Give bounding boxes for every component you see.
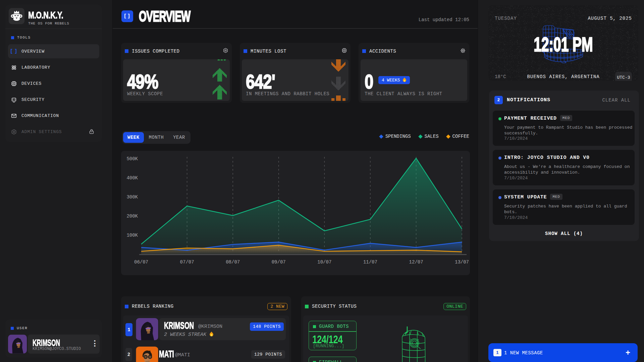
svg-text:400K: 400K — [126, 175, 138, 181]
svg-text:300K: 300K — [126, 194, 138, 200]
svg-text:10/07: 10/07 — [317, 259, 331, 265]
svg-text:07/07: 07/07 — [180, 259, 194, 265]
svg-text:500K: 500K — [126, 156, 138, 162]
svg-text:100K: 100K — [126, 233, 138, 238]
svg-text:12/07: 12/07 — [409, 259, 423, 265]
svg-text:11/07: 11/07 — [363, 259, 377, 265]
svg-text:09/07: 09/07 — [272, 259, 286, 265]
svg-text:200K: 200K — [126, 214, 138, 219]
svg-text:13/07: 13/07 — [455, 259, 469, 265]
svg-text:06/07: 06/07 — [134, 259, 148, 265]
svg-text:08/07: 08/07 — [226, 259, 240, 265]
